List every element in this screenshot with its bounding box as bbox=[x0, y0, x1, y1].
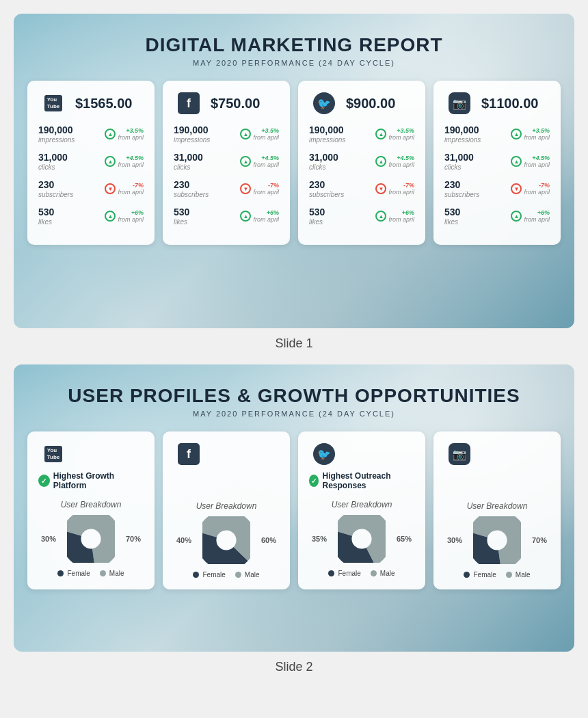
slide1: DIGITAL MARKETING REPORT MAY 2020 PERFOR… bbox=[14, 14, 574, 328]
male-dot-icon bbox=[235, 572, 241, 578]
twitter-header-s2: 🐦 bbox=[309, 442, 414, 466]
twitter-legend-female: Female bbox=[328, 570, 360, 577]
up-arrow-icon: ▲ bbox=[105, 129, 116, 139]
facebook-female-pct: 40% bbox=[176, 536, 191, 544]
female-label: Female bbox=[338, 570, 360, 577]
facebook-stat-likes: 530 likes ▲ +6% from april bbox=[174, 207, 279, 226]
youtube-subscribers-label: subscribers bbox=[38, 191, 73, 198]
youtube-likes-label: likes bbox=[38, 218, 69, 226]
twitter-card: 🐦 $900.00 190,000 impressions ▲ +3.5% bbox=[298, 81, 425, 245]
youtube-clicks-change: +4.5% bbox=[126, 155, 144, 161]
up-arrow-icon: ▲ bbox=[511, 211, 522, 222]
youtube-icon-s2: You Tube bbox=[38, 442, 68, 466]
female-dot-icon bbox=[328, 570, 334, 576]
youtube-female-pct: 30% bbox=[41, 535, 56, 543]
twitter-breakdown-title: User Breakdown bbox=[309, 500, 414, 509]
youtube-impressions-from: from april bbox=[118, 134, 144, 141]
youtube-amount: $1565.00 bbox=[75, 96, 132, 111]
instagram-amount: $1100.00 bbox=[481, 96, 538, 111]
down-arrow-icon: ▼ bbox=[240, 183, 251, 194]
instagram-icon-s2: 📷 bbox=[444, 442, 475, 466]
youtube-male-pct: 70% bbox=[126, 535, 141, 543]
slide1-cards-row: You Tube $1565.00 190,000 impressions ▲ bbox=[27, 81, 561, 245]
female-dot-icon bbox=[193, 572, 199, 578]
check-icon: ✓ bbox=[309, 475, 319, 487]
facebook-header-s2: f bbox=[174, 442, 279, 466]
facebook-male-pct: 60% bbox=[261, 536, 276, 544]
instagram-pie-chart bbox=[473, 516, 521, 564]
up-arrow-icon: ▲ bbox=[511, 156, 522, 167]
facebook-legend-male: Male bbox=[235, 571, 260, 579]
male-label: Male bbox=[380, 570, 395, 577]
youtube-subscribers-value: 230 bbox=[38, 179, 73, 190]
youtube-impressions-value: 190,000 bbox=[38, 124, 75, 135]
youtube-header-s2: You Tube bbox=[38, 442, 144, 466]
twitter-male-pct: 65% bbox=[397, 535, 412, 543]
youtube-badge: ✓ Highest Growth Platform bbox=[38, 471, 144, 490]
slide1-subtitle: MAY 2020 PERFORMANCE (24 DAY CYCLE) bbox=[27, 59, 561, 67]
twitter-amount: $900.00 bbox=[346, 96, 395, 111]
facebook-card: f $750.00 190,000 impressions ▲ +3.5% bbox=[163, 81, 290, 245]
female-dot-icon bbox=[464, 572, 470, 578]
youtube-badge-text: Highest Growth Platform bbox=[53, 471, 144, 490]
youtube-likes-change: +6% bbox=[131, 209, 144, 216]
youtube-likes-from: from april bbox=[118, 216, 144, 223]
instagram-male-pct: 70% bbox=[532, 536, 547, 544]
youtube-pie-container: 30% 70% bbox=[38, 515, 144, 563]
slide1-title: DIGITAL MARKETING REPORT bbox=[27, 34, 561, 56]
facebook-legend: Female Male bbox=[174, 571, 279, 579]
female-dot-icon bbox=[57, 570, 64, 576]
facebook-icon: f bbox=[174, 92, 204, 115]
youtube-pie-chart bbox=[67, 515, 115, 563]
youtube-clicks-label: clicks bbox=[38, 163, 69, 171]
facebook-icon-s2: f bbox=[174, 442, 204, 466]
facebook-legend-female: Female bbox=[193, 571, 225, 579]
slide2: USER PROFILES & GROWTH OPPORTUNITIES MAY… bbox=[14, 364, 574, 652]
instagram-card-s2: 📷 User Breakdown 30% 70% bbox=[433, 431, 561, 589]
twitter-icon: 🐦 bbox=[309, 92, 339, 115]
facebook-pie-container: 40% 60% bbox=[174, 516, 279, 564]
facebook-stat-impressions: 190,000 impressions ▲ +3.5% from april bbox=[174, 124, 279, 144]
youtube-subscribers-change: -7% bbox=[133, 182, 144, 189]
facebook-stat-clicks: 31,000 clicks ▲ +4.5% from april bbox=[174, 152, 279, 171]
instagram-female-pct: 30% bbox=[447, 536, 462, 544]
instagram-card: 📷 $1100.00 190,000 impressions ▲ +3.5% bbox=[433, 81, 561, 245]
twitter-female-pct: 35% bbox=[312, 535, 327, 543]
youtube-stat-likes: 530 likes ▲ +6% from april bbox=[38, 207, 144, 226]
facebook-pie-chart bbox=[202, 516, 250, 564]
youtube-stat-clicks: 31,000 clicks ▲ +4.5% from april bbox=[38, 152, 144, 171]
up-arrow-icon: ▲ bbox=[105, 211, 116, 222]
twitter-card-header: 🐦 $900.00 bbox=[309, 92, 414, 115]
youtube-impressions-label: impressions bbox=[38, 136, 75, 144]
twitter-badge-text: Highest Outreach Responses bbox=[322, 471, 414, 490]
youtube-legend-male: Male bbox=[100, 570, 124, 577]
male-label: Male bbox=[245, 571, 260, 579]
twitter-badge: ✓ Highest Outreach Responses bbox=[309, 471, 414, 490]
up-arrow-icon: ▲ bbox=[105, 156, 116, 167]
twitter-card-s2: 🐦 ✓ Highest Outreach Responses User Brea… bbox=[298, 431, 425, 589]
instagram-legend: Female Male bbox=[444, 571, 550, 579]
facebook-breakdown-title: User Breakdown bbox=[174, 501, 279, 511]
up-arrow-icon: ▲ bbox=[240, 156, 251, 167]
up-arrow-icon: ▲ bbox=[375, 156, 386, 167]
slide2-wrapper: USER PROFILES & GROWTH OPPORTUNITIES MAY… bbox=[14, 364, 574, 674]
youtube-subscribers-from: from april bbox=[118, 189, 144, 196]
youtube-stat-impressions: 190,000 impressions ▲ +3.5% from april bbox=[38, 124, 144, 144]
youtube-breakdown-title: User Breakdown bbox=[38, 500, 144, 509]
twitter-icon-s2: 🐦 bbox=[309, 442, 339, 466]
check-icon: ✓ bbox=[38, 475, 50, 487]
up-arrow-icon: ▲ bbox=[511, 129, 522, 139]
slide1-background: DIGITAL MARKETING REPORT MAY 2020 PERFOR… bbox=[14, 14, 574, 328]
twitter-pie-container: 35% 65% bbox=[309, 515, 414, 563]
slide2-label: Slide 2 bbox=[14, 660, 574, 674]
instagram-card-header: 📷 $1100.00 bbox=[444, 92, 550, 115]
down-arrow-icon: ▼ bbox=[375, 183, 386, 194]
female-label: Female bbox=[473, 571, 496, 579]
slide2-subtitle: MAY 2020 PERFORMANCE (24 DAY CYCLE) bbox=[27, 410, 561, 418]
instagram-header-s2: 📷 bbox=[444, 442, 550, 466]
youtube-card-s2: You Tube ✓ Highest Growth Platform User … bbox=[27, 431, 155, 589]
youtube-legend-female: Female bbox=[57, 570, 90, 577]
twitter-pie-chart bbox=[338, 515, 386, 563]
youtube-impressions-change: +3.5% bbox=[126, 127, 144, 134]
youtube-card-header: You Tube $1565.00 bbox=[38, 92, 144, 115]
